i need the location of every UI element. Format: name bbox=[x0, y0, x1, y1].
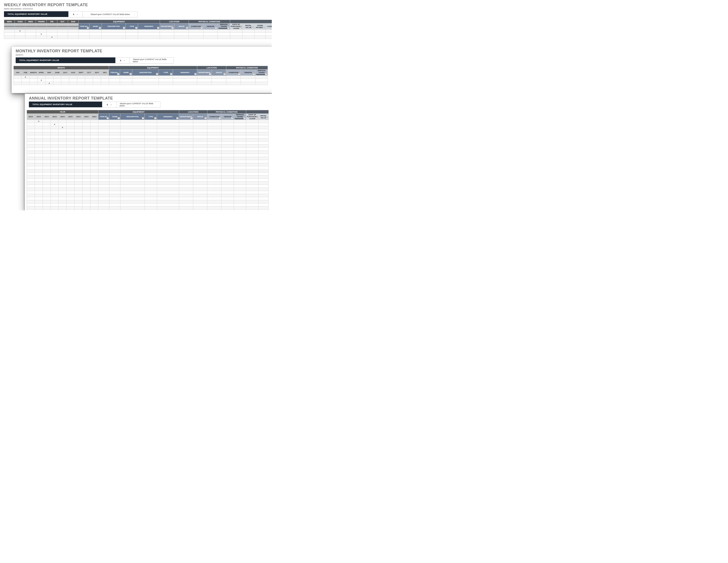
cell[interactable] bbox=[255, 33, 266, 36]
col-date-5[interactable]: XX/XX/XXXX bbox=[57, 23, 68, 30]
cell[interactable] bbox=[98, 185, 109, 188]
cell[interactable] bbox=[51, 179, 59, 182]
cell[interactable] bbox=[53, 82, 61, 85]
cell[interactable] bbox=[83, 138, 90, 141]
cell[interactable] bbox=[120, 79, 132, 82]
cell[interactable] bbox=[75, 145, 83, 148]
cell[interactable] bbox=[259, 126, 269, 129]
cell[interactable] bbox=[102, 33, 126, 36]
cell[interactable] bbox=[59, 182, 67, 185]
cell[interactable] bbox=[179, 209, 193, 211]
cell[interactable] bbox=[259, 160, 269, 163]
col-description[interactable]: DESCRIPTION bbox=[132, 70, 159, 76]
cell[interactable] bbox=[259, 175, 269, 179]
cell[interactable] bbox=[43, 182, 51, 185]
cell[interactable] bbox=[67, 194, 75, 197]
cell[interactable] bbox=[98, 154, 109, 157]
cell[interactable] bbox=[246, 203, 259, 206]
cell[interactable] bbox=[212, 82, 226, 85]
cell[interactable] bbox=[98, 188, 109, 191]
cell[interactable] bbox=[157, 166, 179, 169]
cell[interactable] bbox=[83, 157, 90, 160]
cell[interactable] bbox=[67, 166, 75, 169]
cell[interactable] bbox=[120, 200, 145, 203]
cell[interactable] bbox=[193, 160, 207, 163]
cell[interactable] bbox=[221, 197, 234, 200]
cell[interactable] bbox=[160, 30, 174, 33]
col-remarks[interactable]: REMARKS bbox=[138, 23, 160, 30]
cell[interactable] bbox=[75, 129, 83, 132]
cell[interactable] bbox=[207, 129, 221, 132]
cell[interactable] bbox=[35, 163, 43, 166]
weekly-table[interactable]: MON TUES WED THURS FRI SAT SUN EQUIPMENT… bbox=[4, 20, 272, 39]
cell[interactable] bbox=[221, 160, 234, 163]
cell[interactable] bbox=[197, 79, 212, 82]
day-thurs[interactable]: THURS bbox=[36, 20, 47, 23]
cell[interactable] bbox=[59, 188, 67, 191]
cell[interactable] bbox=[234, 120, 246, 123]
cell[interactable] bbox=[259, 123, 269, 126]
cell[interactable] bbox=[266, 30, 272, 33]
cell[interactable] bbox=[234, 129, 246, 132]
cell[interactable] bbox=[67, 123, 75, 126]
cell[interactable] bbox=[109, 157, 120, 160]
cell[interactable] bbox=[43, 141, 51, 145]
cell[interactable] bbox=[221, 175, 234, 179]
cell[interactable] bbox=[193, 194, 207, 197]
cell[interactable] bbox=[43, 172, 51, 175]
cell[interactable] bbox=[221, 169, 234, 172]
cell[interactable] bbox=[43, 154, 51, 157]
cell[interactable] bbox=[259, 151, 269, 154]
cell[interactable] bbox=[157, 182, 179, 185]
cell[interactable] bbox=[145, 200, 157, 203]
cell[interactable] bbox=[193, 182, 207, 185]
filter-dropdown-icon[interactable] bbox=[265, 73, 267, 75]
cell[interactable] bbox=[234, 188, 246, 191]
cell[interactable] bbox=[109, 160, 120, 163]
cell[interactable] bbox=[51, 160, 59, 163]
cell[interactable] bbox=[207, 172, 221, 175]
cell[interactable] bbox=[109, 166, 120, 169]
cell[interactable] bbox=[120, 163, 145, 166]
cell[interactable] bbox=[234, 209, 246, 211]
cell[interactable] bbox=[234, 160, 246, 163]
col-april[interactable]: APRIL bbox=[38, 70, 45, 76]
cell[interactable] bbox=[221, 154, 234, 157]
cell[interactable] bbox=[259, 129, 269, 132]
cell[interactable] bbox=[51, 126, 59, 129]
cell[interactable] bbox=[179, 135, 193, 138]
col-year-7[interactable]: 20XX bbox=[83, 114, 90, 120]
cell[interactable] bbox=[246, 126, 259, 129]
cell[interactable] bbox=[38, 82, 45, 85]
filter-dropdown-icon[interactable] bbox=[227, 27, 229, 29]
cell[interactable] bbox=[59, 179, 67, 182]
cell[interactable] bbox=[83, 148, 90, 151]
cell[interactable] bbox=[246, 209, 259, 211]
cell[interactable]: X bbox=[15, 30, 25, 33]
cell[interactable] bbox=[69, 76, 77, 79]
cell[interactable] bbox=[157, 141, 179, 145]
cell[interactable] bbox=[51, 132, 59, 135]
cell[interactable] bbox=[89, 33, 102, 36]
cell[interactable] bbox=[90, 145, 98, 148]
cell[interactable] bbox=[90, 179, 98, 182]
cell[interactable] bbox=[68, 33, 78, 36]
cell[interactable] bbox=[189, 30, 203, 33]
cell[interactable] bbox=[75, 141, 83, 145]
cell[interactable] bbox=[35, 179, 43, 182]
col-march[interactable]: MARCH bbox=[30, 70, 38, 76]
cell[interactable] bbox=[43, 169, 51, 172]
table-row[interactable] bbox=[27, 194, 269, 197]
cell[interactable] bbox=[221, 209, 234, 211]
day-tues[interactable]: TUES bbox=[15, 20, 25, 23]
col-date-1[interactable]: XX/XX/XXXX bbox=[15, 23, 25, 30]
cell[interactable] bbox=[98, 206, 109, 209]
cell[interactable] bbox=[57, 33, 68, 36]
cell[interactable] bbox=[67, 148, 75, 151]
col-initial-value[interactable]: INITIAL VALUE bbox=[242, 23, 255, 30]
cell[interactable] bbox=[246, 132, 259, 135]
cell[interactable] bbox=[35, 145, 43, 148]
filter-dropdown-icon[interactable] bbox=[240, 27, 242, 29]
cell[interactable] bbox=[145, 175, 157, 179]
cell[interactable] bbox=[246, 172, 259, 175]
